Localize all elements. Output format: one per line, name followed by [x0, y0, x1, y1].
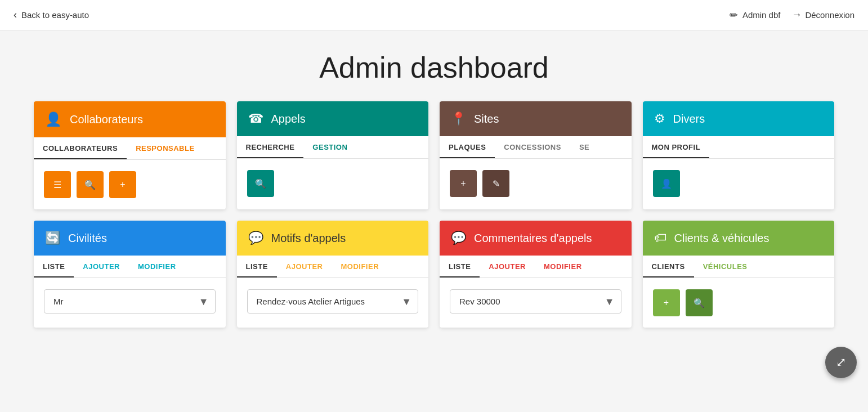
refresh-icon: 🔄: [45, 231, 60, 245]
card-header-commentaires: 💬 Commentaires d'appels: [440, 221, 632, 256]
card-body-civilites: LISTE AJOUTER MODIFIER Mr Mme Mlle Dr ▼: [34, 256, 226, 325]
card-title-sites: Sites: [474, 113, 499, 126]
tab-se[interactable]: SE: [570, 136, 598, 158]
civilites-dropdown-wrapper: Mr Mme Mlle Dr ▼: [44, 289, 216, 314]
commentaires-dropdown[interactable]: Rev 30000 Option 2: [450, 289, 621, 314]
profile-button-divers[interactable]: 👤: [653, 170, 680, 197]
person-icon: 👤: [45, 111, 62, 127]
card-collaborateurs: 👤 Collaborateurs COLLABORATEURS RESPONSA…: [34, 101, 226, 209]
list-button-collaborateurs[interactable]: ☰: [44, 171, 71, 198]
tab-ajouter-motifs[interactable]: AJOUTER: [277, 256, 332, 277]
card-divers: ⚙ Divers MON PROFIL 👤: [643, 101, 835, 209]
card-header-appels: ☎ Appels: [237, 101, 429, 136]
tab-vehicules[interactable]: VÉHICULES: [694, 256, 757, 277]
card-actions-commentaires: Rev 30000 Option 2 ▼: [440, 278, 632, 325]
top-bar: ‹ Back to easy-auto ✏ Admin dbf → Déconn…: [0, 0, 868, 30]
phone-icon: ☎: [248, 111, 263, 126]
card-commentaires-appels: 💬 Commentaires d'appels LISTE AJOUTER MO…: [440, 221, 632, 328]
card-body-appels: RECHERCHE GESTION 🔍: [237, 136, 429, 208]
card-tabs-clients: CLIENTS VÉHICULES: [643, 256, 835, 278]
tab-liste-civilites[interactable]: LISTE: [34, 256, 74, 277]
card-tabs-commentaires: LISTE AJOUTER MODIFIER: [440, 256, 632, 278]
page-title: Admin dashboard: [0, 30, 868, 101]
card-body-sites: PLAQUES CONCESSIONS SE + ✎: [440, 136, 632, 208]
card-tabs-divers: MON PROFIL: [643, 136, 835, 159]
card-title-appels: Appels: [271, 113, 306, 126]
motifs-dropdown[interactable]: Rendez-vous Atelier Artigues Option 2: [247, 289, 419, 314]
card-clients-vehicules: 🏷 Clients & véhicules CLIENTS VÉHICULES …: [643, 221, 835, 328]
tab-modifier-motifs[interactable]: MODIFIER: [332, 256, 388, 277]
card-civilites: 🔄 Civilités LISTE AJOUTER MODIFIER Mr Mm…: [34, 221, 226, 328]
tab-modifier-commentaires[interactable]: MODIFIER: [535, 256, 591, 277]
card-title-divers: Divers: [673, 113, 705, 126]
tab-gestion[interactable]: GESTION: [303, 136, 356, 158]
card-appels: ☎ Appels RECHERCHE GESTION 🔍: [237, 101, 429, 209]
card-tabs-civilites: LISTE AJOUTER MODIFIER: [34, 256, 226, 278]
card-motifs-appels: 💬 Motifs d'appels LISTE AJOUTER MODIFIER…: [237, 221, 429, 328]
add-button-collaborateurs[interactable]: +: [109, 171, 136, 198]
search-button-clients[interactable]: 🔍: [686, 289, 713, 316]
logout-section[interactable]: → Déconnexion: [791, 9, 854, 21]
location-icon: 📍: [451, 111, 466, 126]
edit-button-sites[interactable]: ✎: [482, 170, 509, 197]
card-tabs-motifs: LISTE AJOUTER MODIFIER: [237, 256, 429, 278]
chat-icon: 💬: [248, 231, 263, 245]
edit-icon: ✏: [730, 9, 738, 21]
card-actions-divers: 👤: [643, 159, 835, 208]
tab-ajouter-civilites[interactable]: AJOUTER: [74, 256, 129, 277]
card-tabs-sites: PLAQUES CONCESSIONS SE: [440, 136, 632, 159]
tab-responsable[interactable]: RESPONSABLE: [127, 137, 203, 159]
search-button-appels[interactable]: 🔍: [247, 170, 274, 197]
tab-clients[interactable]: CLIENTS: [643, 256, 694, 277]
search-button-collaborateurs[interactable]: 🔍: [77, 171, 104, 198]
tab-plaques[interactable]: PLAQUES: [440, 136, 495, 158]
card-header-collaborateurs: 👤 Collaborateurs: [34, 101, 226, 137]
card-title-commentaires: Commentaires d'appels: [474, 232, 592, 245]
add-button-clients[interactable]: +: [653, 289, 680, 316]
card-body-collaborateurs: COLLABORATEURS RESPONSABLE ☰ 🔍 +: [34, 137, 226, 209]
card-header-clients: 🏷 Clients & véhicules: [643, 221, 835, 256]
card-actions-clients: + 🔍: [643, 278, 835, 328]
logout-icon: →: [791, 9, 802, 21]
card-title-clients: Clients & véhicules: [674, 232, 769, 245]
cards-grid: 👤 Collaborateurs COLLABORATEURS RESPONSA…: [0, 101, 868, 344]
back-link[interactable]: ‹ Back to easy-auto: [14, 9, 89, 21]
card-title-collaborateurs: Collaborateurs: [70, 113, 143, 126]
card-header-sites: 📍 Sites: [440, 101, 632, 136]
card-body-clients: CLIENTS VÉHICULES + 🔍: [643, 256, 835, 328]
tab-ajouter-commentaires[interactable]: AJOUTER: [480, 256, 535, 277]
card-body-divers: MON PROFIL 👤: [643, 136, 835, 208]
card-actions-motifs: Rendez-vous Atelier Artigues Option 2 ▼: [237, 278, 429, 325]
card-header-civilites: 🔄 Civilités: [34, 221, 226, 256]
tab-mon-profil[interactable]: MON PROFIL: [643, 136, 710, 158]
tab-modifier-civilites[interactable]: MODIFIER: [129, 256, 185, 277]
user-label: Admin dbf: [742, 10, 781, 20]
resize-button[interactable]: ⤢: [825, 347, 857, 378]
card-actions-appels: 🔍: [237, 159, 429, 208]
user-section: ✏ Admin dbf: [730, 9, 781, 21]
logout-label: Déconnexion: [805, 10, 854, 20]
card-actions-civilites: Mr Mme Mlle Dr ▼: [34, 278, 226, 325]
gear-icon: ⚙: [654, 111, 665, 126]
motifs-dropdown-wrapper: Rendez-vous Atelier Artigues Option 2 ▼: [247, 289, 419, 314]
top-bar-right: ✏ Admin dbf → Déconnexion: [730, 9, 854, 21]
card-header-motifs: 💬 Motifs d'appels: [237, 221, 429, 256]
comment-icon: 💬: [451, 231, 466, 245]
card-header-divers: ⚙ Divers: [643, 101, 835, 136]
card-title-civilites: Civilités: [68, 232, 107, 245]
card-actions-sites: + ✎: [440, 159, 632, 208]
card-actions-collaborateurs: ☰ 🔍 +: [34, 160, 226, 209]
card-tabs-appels: RECHERCHE GESTION: [237, 136, 429, 159]
tab-collaborateurs[interactable]: COLLABORATEURS: [34, 137, 127, 159]
tab-liste-motifs[interactable]: LISTE: [237, 256, 277, 277]
card-title-motifs: Motifs d'appels: [271, 232, 346, 245]
card-sites: 📍 Sites PLAQUES CONCESSIONS SE + ✎: [440, 101, 632, 209]
card-tabs-collaborateurs: COLLABORATEURS RESPONSABLE: [34, 137, 226, 160]
add-button-sites[interactable]: +: [450, 170, 477, 197]
tab-recherche[interactable]: RECHERCHE: [237, 136, 304, 158]
tab-liste-commentaires[interactable]: LISTE: [440, 256, 480, 277]
back-label: Back to easy-auto: [21, 10, 89, 20]
civilites-dropdown[interactable]: Mr Mme Mlle Dr: [44, 289, 216, 314]
tab-concessions[interactable]: CONCESSIONS: [495, 136, 570, 158]
commentaires-dropdown-wrapper: Rev 30000 Option 2 ▼: [450, 289, 621, 314]
